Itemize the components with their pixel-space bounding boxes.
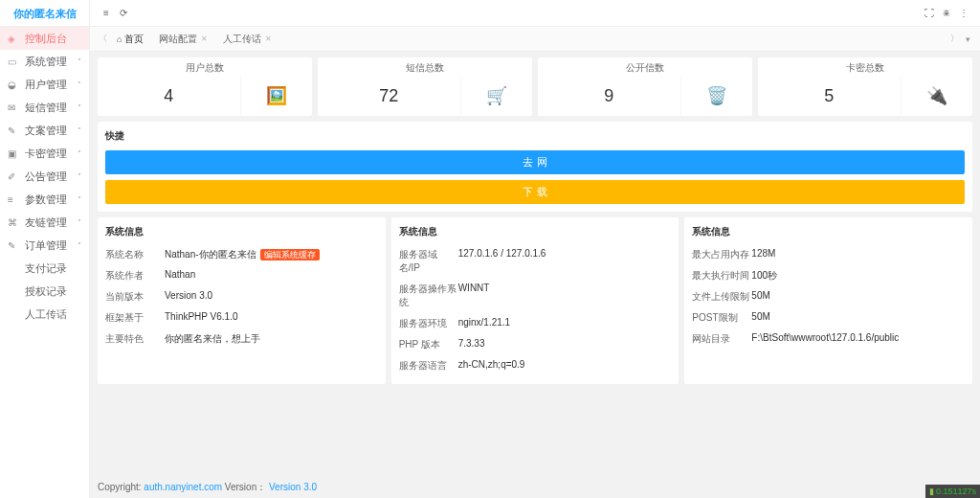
info-row: PHP 版本7.3.33 <box>399 334 672 355</box>
more-icon[interactable]: ⋮ <box>955 8 972 18</box>
info-value: WINNT <box>458 283 490 309</box>
stat-card-3: 卡密总数5🔌 <box>758 57 972 116</box>
footer-version[interactable]: Version 3.0 <box>269 482 317 492</box>
info-key: 文件上传限制 <box>692 290 751 304</box>
stat-icon: 🖼️ <box>240 76 312 116</box>
sidebar-item-11[interactable]: 授权记录 <box>0 280 89 303</box>
info-value: F:\BtSoft\wwwroot\127.0.1.6/public <box>751 332 899 346</box>
download-button[interactable]: 下 载 <box>105 180 965 204</box>
sidebar-item-12[interactable]: 人工传话 <box>0 303 89 326</box>
menu-label: 友链管理 <box>25 215 67 230</box>
tab-0[interactable]: ⌂首页 <box>109 33 151 46</box>
info-value: zh-CN,zh;q=0.9 <box>458 359 525 373</box>
info-row: 网站目录F:\BtSoft\wwwroot\127.0.1.6/public <box>692 328 965 350</box>
info-value: Version 3.0 <box>165 290 212 304</box>
menu-label: 订单管理 <box>25 238 67 253</box>
stat-value: 9 <box>538 77 680 116</box>
chevron-icon: ˅ <box>78 218 81 227</box>
info-value: Nathan-你的匿名来信编辑系统缓存 <box>165 248 320 261</box>
info-key: 服务器域名/IP <box>399 248 458 275</box>
refresh-icon[interactable]: ⟳ <box>115 8 132 18</box>
sidebar-item-1[interactable]: ▭系统管理˅ <box>0 50 89 73</box>
info-key: POST限制 <box>692 311 751 325</box>
menu-icon: ✐ <box>8 171 19 182</box>
info-header: 系统信息 <box>399 225 672 238</box>
menu-label: 参数管理 <box>25 192 67 207</box>
menu-icon: ◈ <box>8 34 19 44</box>
chevron-icon: ˅ <box>78 126 81 135</box>
stat-card-1: 短信总数72🛒 <box>318 57 532 116</box>
tab-next-icon[interactable]: 〉 <box>947 33 961 45</box>
menu-label: 短信管理 <box>25 101 67 115</box>
shortcut-header: 快捷 <box>105 129 965 143</box>
chevron-icon: ˅ <box>78 195 81 204</box>
info-header: 系统信息 <box>692 225 965 238</box>
stat-title: 卡密总数 <box>758 57 972 76</box>
info-key: PHP 版本 <box>399 338 458 351</box>
info-row: 文件上传限制50M <box>692 286 965 307</box>
fullscreen-icon[interactable]: ⛶ <box>921 8 938 18</box>
footer-link[interactable]: auth.nanyinet.com <box>144 482 222 492</box>
info-key: 最大执行时间 <box>692 269 751 283</box>
sidebar-item-4[interactable]: ✎文案管理˅ <box>0 119 89 142</box>
user-icon[interactable]: ⛯ <box>938 8 955 18</box>
info-value: 7.3.33 <box>458 338 485 351</box>
tab-label: 首页 <box>124 33 144 46</box>
menu-icon: ✉ <box>8 102 19 113</box>
sidebar-item-7[interactable]: ≡参数管理˅ <box>0 188 89 211</box>
info-row: 系统作者Nathan <box>105 265 378 286</box>
close-icon[interactable]: ✕ <box>265 34 272 43</box>
sidebar-item-8[interactable]: ⌘友链管理˅ <box>0 211 89 234</box>
info-value: 100秒 <box>751 269 777 283</box>
tab-menu-icon[interactable]: ▾ <box>961 34 974 44</box>
stat-icon: 🛒 <box>460 76 532 116</box>
info-row: 框架基于ThinkPHP V6.1.0 <box>105 307 378 328</box>
menu-label: 支付记录 <box>25 261 67 276</box>
sidebar-item-9[interactable]: ✎订单管理˄ <box>0 234 89 257</box>
info-key: 服务器环境 <box>399 317 458 330</box>
sidebar-item-6[interactable]: ✐公告管理˅ <box>0 165 89 188</box>
menu-label: 授权记录 <box>25 284 67 299</box>
menu-label: 人工传话 <box>25 307 67 322</box>
sidebar-item-5[interactable]: ▣卡密管理˅ <box>0 142 89 165</box>
menu-toggle-icon[interactable]: ≡ <box>98 8 115 18</box>
menu-icon: ⌘ <box>8 217 19 228</box>
stat-icon: 🗑️ <box>680 76 752 116</box>
menu-label: 公告管理 <box>25 170 67 184</box>
chevron-icon: ˄ <box>78 241 81 250</box>
info-value: 127.0.1.6 / 127.0.1.6 <box>458 248 546 275</box>
sidebar-item-0[interactable]: ◈控制后台 <box>0 27 89 50</box>
info-key: 当前版本 <box>105 290 165 304</box>
sidebar-item-3[interactable]: ✉短信管理˅ <box>0 96 89 119</box>
tab-label: 人工传话 <box>223 33 261 46</box>
menu-label: 用户管理 <box>25 78 67 92</box>
sidebar-item-10[interactable]: 支付记录 <box>0 257 89 280</box>
tab-label: 网站配置 <box>159 33 197 46</box>
info-value: 你的匿名来信，想上手 <box>165 332 260 346</box>
tab-1[interactable]: 网站配置✕ <box>151 33 215 46</box>
info-row: 服务器语言zh-CN,zh;q=0.9 <box>399 355 672 376</box>
sidebar-item-2[interactable]: ◒用户管理˅ <box>0 73 89 96</box>
menu-icon: ▣ <box>8 148 19 159</box>
info-row: 系统名称Nathan-你的匿名来信编辑系统缓存 <box>105 244 378 265</box>
stat-value: 72 <box>318 77 460 116</box>
menu-icon: ✎ <box>8 125 19 136</box>
tab-2[interactable]: 人工传话✕ <box>215 33 279 46</box>
info-row: 当前版本Version 3.0 <box>105 286 378 307</box>
menu-icon: ✎ <box>8 240 19 251</box>
info-row: 服务器操作系统WINNT <box>399 279 672 313</box>
menu-label: 控制后台 <box>25 32 67 46</box>
tab-prev-icon[interactable]: 〈 <box>96 33 109 45</box>
cache-badge[interactable]: 编辑系统缓存 <box>260 249 320 260</box>
menu-label: 系统管理 <box>25 55 67 69</box>
goto-site-button[interactable]: 去 网 <box>105 150 965 174</box>
close-icon[interactable]: ✕ <box>201 34 208 43</box>
chevron-icon: ˅ <box>78 149 81 158</box>
stat-value: 4 <box>98 77 240 116</box>
info-key: 系统作者 <box>105 269 165 283</box>
stat-title: 短信总数 <box>318 57 532 76</box>
info-row: 最大执行时间100秒 <box>692 265 965 286</box>
info-key: 最大占用内存 <box>692 248 751 261</box>
info-key: 网站目录 <box>692 332 751 346</box>
info-value: 50M <box>751 290 769 304</box>
